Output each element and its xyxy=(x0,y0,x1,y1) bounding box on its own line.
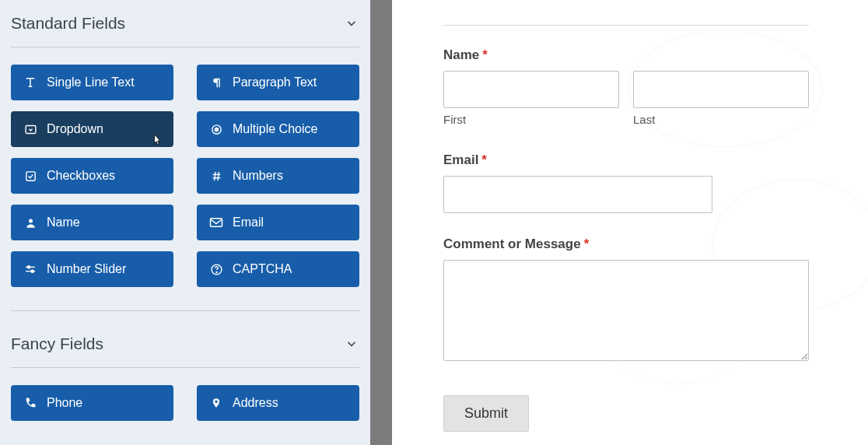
envelope-icon xyxy=(209,215,223,230)
svg-point-13 xyxy=(31,270,33,272)
field-label: Checkboxes xyxy=(47,169,115,183)
field-number-slider[interactable]: Number Slider xyxy=(11,251,173,287)
field-name[interactable]: Name xyxy=(11,205,173,240)
pin-icon xyxy=(209,396,223,410)
field-label: Single Line Text xyxy=(47,75,135,89)
svg-rect-0 xyxy=(26,125,36,133)
separator xyxy=(443,25,809,26)
standard-fields-title: Standard Fields xyxy=(11,14,125,33)
field-numbers[interactable]: Numbers xyxy=(197,158,359,194)
field-address[interactable]: Address xyxy=(197,385,359,421)
fancy-fields-title: Fancy Fields xyxy=(11,335,103,353)
user-icon xyxy=(23,215,37,230)
slider-icon xyxy=(23,262,37,276)
svg-point-2 xyxy=(215,128,218,131)
field-label: Numbers xyxy=(233,169,283,183)
name-label: Name* xyxy=(443,47,809,63)
field-label: Address xyxy=(233,396,278,410)
paragraph-icon xyxy=(209,75,223,89)
fields-sidebar: Standard Fields Single Line Text Paragra… xyxy=(0,0,370,445)
standard-fields-header[interactable]: Standard Fields xyxy=(11,6,359,47)
field-label: Paragraph Text xyxy=(233,75,317,89)
panel-divider[interactable] xyxy=(370,0,392,445)
fancy-fields-grid: Phone Address xyxy=(11,385,359,421)
chevron-down-icon xyxy=(344,16,359,31)
field-paragraph-text[interactable]: Paragraph Text xyxy=(197,65,359,100)
cursor-pointer-icon xyxy=(149,133,163,149)
comment-label: Comment or Message* xyxy=(443,237,809,252)
required-indicator: * xyxy=(482,47,488,62)
email-label: Email* xyxy=(443,152,809,168)
text-icon xyxy=(23,75,37,89)
field-checkboxes[interactable]: Checkboxes xyxy=(11,158,173,194)
svg-point-8 xyxy=(29,219,33,223)
standard-fields-grid: Single Line Text Paragraph Text Dropdown xyxy=(11,65,359,287)
email-field-group: Email* xyxy=(443,152,809,213)
svg-line-6 xyxy=(214,171,215,180)
field-email[interactable]: Email xyxy=(197,205,359,240)
field-label: Number Slider xyxy=(47,262,126,276)
required-indicator: * xyxy=(481,152,487,167)
first-sublabel: First xyxy=(443,113,619,126)
svg-rect-3 xyxy=(26,171,34,180)
form-preview: Name* First Last Email* xyxy=(392,0,868,445)
chevron-down-icon xyxy=(344,336,359,352)
svg-line-7 xyxy=(217,171,218,180)
last-sublabel: Last xyxy=(633,113,809,126)
svg-point-11 xyxy=(27,266,30,268)
field-phone[interactable]: Phone xyxy=(11,385,173,421)
field-label: Name xyxy=(47,215,80,230)
svg-point-15 xyxy=(215,272,216,272)
field-multiple-choice[interactable]: Multiple Choice xyxy=(197,111,359,147)
field-dropdown[interactable]: Dropdown xyxy=(11,111,173,147)
dropdown-icon xyxy=(23,122,37,136)
name-field-group: Name* First Last xyxy=(443,47,809,126)
field-captcha[interactable]: CAPTCHA xyxy=(197,251,359,287)
first-name-input[interactable] xyxy=(443,71,619,108)
field-single-line-text[interactable]: Single Line Text xyxy=(11,65,173,100)
comment-field-group: Comment or Message* xyxy=(443,237,809,364)
submit-button[interactable]: Submit xyxy=(443,395,529,432)
field-label: Multiple Choice xyxy=(233,122,317,136)
help-icon xyxy=(209,262,223,276)
last-name-input[interactable] xyxy=(633,71,809,108)
checkbox-icon xyxy=(23,169,37,183)
field-label: CAPTCHA xyxy=(233,262,292,276)
field-label: Phone xyxy=(47,396,82,410)
fancy-fields-header[interactable]: Fancy Fields xyxy=(11,310,359,368)
email-input[interactable] xyxy=(443,176,712,213)
required-indicator: * xyxy=(584,237,590,251)
field-label: Email xyxy=(233,215,264,230)
comment-textarea[interactable] xyxy=(443,260,809,361)
radio-icon xyxy=(209,122,223,136)
svg-rect-9 xyxy=(211,219,222,227)
field-label: Dropdown xyxy=(47,122,103,136)
phone-icon xyxy=(23,396,37,410)
hash-icon xyxy=(209,169,223,183)
